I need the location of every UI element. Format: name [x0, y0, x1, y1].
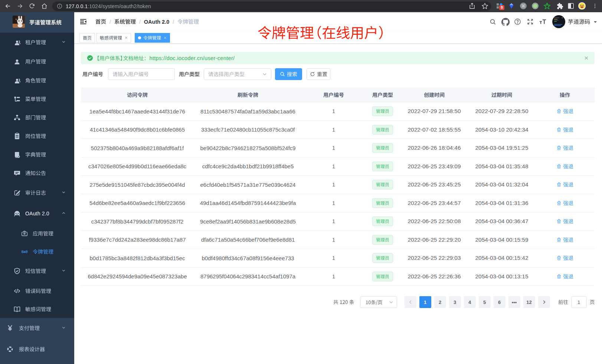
svg-text:a: a: [23, 249, 26, 254]
svg-text:⌘: ⌘: [521, 4, 526, 8]
